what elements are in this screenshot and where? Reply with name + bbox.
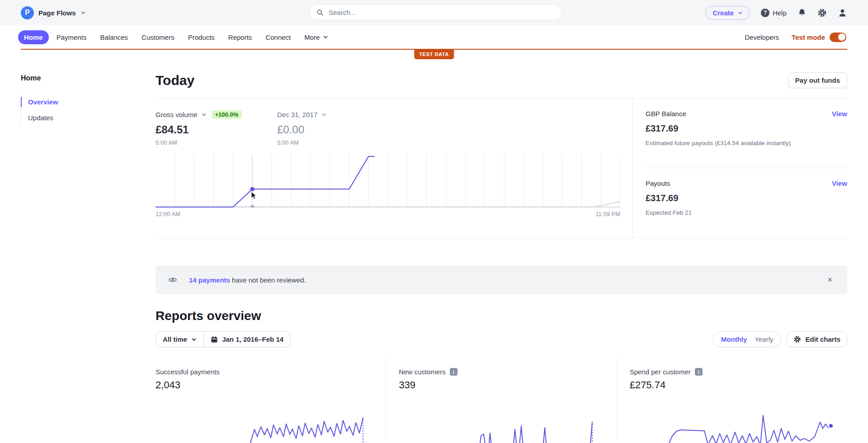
help-button[interactable]: ? Help bbox=[761, 9, 787, 17]
successful-payments-sparkline bbox=[186, 409, 376, 443]
edit-charts-button[interactable]: Edit charts bbox=[787, 331, 847, 347]
gbp-balance-note: Estimated future payouts (£314.54 availa… bbox=[646, 140, 847, 146]
payouts-view-link[interactable]: View bbox=[832, 179, 847, 187]
nav-right: Developers Test mode bbox=[745, 33, 850, 42]
create-button-label: Create bbox=[712, 9, 734, 17]
reports-controls: All time Jan 1, 2016–Feb 14 bbox=[156, 331, 847, 347]
new-customers-value: 339 bbox=[399, 379, 616, 391]
account-switcher[interactable]: P Page Flows bbox=[21, 6, 86, 19]
page-title: Today bbox=[156, 73, 194, 88]
create-button[interactable]: Create bbox=[705, 6, 750, 20]
payouts-row: Payouts View £317.69 Expected Feb 21 bbox=[646, 168, 847, 238]
search-input[interactable] bbox=[328, 8, 555, 17]
nav-item-balances[interactable]: Balances bbox=[94, 30, 134, 44]
nav-item-reports[interactable]: Reports bbox=[222, 30, 258, 44]
mouse-cursor-icon bbox=[251, 191, 257, 200]
axis-end-label: 11:59 PM bbox=[595, 211, 620, 217]
content-layout: Home Overview Updates Today Pay out fund… bbox=[0, 50, 868, 438]
help-label: Help bbox=[773, 9, 787, 17]
chevron-down-icon bbox=[80, 10, 86, 15]
gbp-balance-view-link[interactable]: View bbox=[832, 110, 847, 118]
gross-volume-chart[interactable] bbox=[156, 153, 620, 207]
report-cards: Successful payments 2,043 New customers … bbox=[156, 357, 847, 438]
gbp-balance-amount: £317.69 bbox=[646, 123, 847, 134]
chevron-down-icon bbox=[202, 112, 207, 117]
test-mode-divider: TEST DATA bbox=[21, 49, 847, 50]
notification-text: 14 payments have not been reviewed. bbox=[189, 276, 306, 284]
profile-button[interactable] bbox=[838, 8, 847, 18]
settings-button[interactable] bbox=[817, 8, 827, 18]
account-name: Page Flows bbox=[38, 9, 76, 17]
gross-volume-time: 5:00 AM bbox=[156, 139, 277, 146]
user-icon bbox=[838, 8, 847, 18]
gross-volume-selector[interactable]: Gross volume +100.0% bbox=[156, 110, 277, 119]
nav-item-home[interactable]: Home bbox=[18, 30, 49, 44]
successful-payments-value: 2,043 bbox=[156, 379, 386, 391]
notification-message: have not been reviewed. bbox=[230, 276, 306, 284]
range-preset-dropdown[interactable]: All time bbox=[156, 332, 203, 347]
sidebar-item-overview[interactable]: Overview bbox=[21, 94, 156, 110]
bell-icon bbox=[797, 8, 807, 17]
nav-item-payments[interactable]: Payments bbox=[51, 30, 93, 44]
account-logo: P bbox=[21, 6, 34, 19]
payouts-note: Expected Feb 21 bbox=[646, 209, 847, 216]
interval-segmented-control: Monthly Yearly bbox=[713, 331, 782, 347]
main-nav: Home Payments Balances Customers Product… bbox=[0, 25, 868, 49]
close-notification-button[interactable]: ✕ bbox=[825, 274, 835, 286]
chevron-down-icon bbox=[321, 112, 326, 117]
nav-item-products[interactable]: Products bbox=[182, 30, 221, 44]
spend-per-customer-value: £275.74 bbox=[630, 379, 847, 391]
nav-item-more[interactable]: More bbox=[298, 30, 334, 44]
gbp-balance-row: GBP Balance View £317.69 Estimated futur… bbox=[646, 99, 847, 168]
topbar-actions: Create ? Help bbox=[705, 6, 847, 20]
sidebar: Home Overview Updates bbox=[21, 50, 156, 438]
main-content: Today Pay out funds Gross volume +100.0% bbox=[156, 50, 847, 438]
account-logo-letter: P bbox=[25, 9, 30, 17]
review-notification-banner: 14 payments have not been reviewed. ✕ bbox=[156, 265, 847, 294]
payments-review-link[interactable]: 14 payments bbox=[189, 276, 230, 284]
date-range-label: Jan 1, 2016–Feb 14 bbox=[222, 335, 283, 343]
successful-payments-label: Successful payments bbox=[156, 368, 220, 376]
compare-date-label: Dec 31, 2017 bbox=[277, 111, 317, 118]
nav-more-label: More bbox=[304, 33, 320, 41]
axis-start-label: 12:00 AM bbox=[156, 211, 180, 217]
gross-volume-label: Gross volume bbox=[156, 111, 198, 118]
gross-volume-chart-svg bbox=[156, 153, 620, 207]
help-icon: ? bbox=[761, 9, 769, 17]
card-new-customers[interactable]: New customers i 339 bbox=[386, 357, 616, 438]
gbp-balance-label: GBP Balance bbox=[646, 110, 686, 118]
spend-per-customer-sparkline bbox=[646, 409, 836, 443]
sidebar-item-updates[interactable]: Updates bbox=[21, 110, 156, 126]
info-icon[interactable]: i bbox=[450, 368, 458, 376]
compare-date-selector[interactable]: Dec 31, 2017 bbox=[277, 110, 620, 119]
info-icon[interactable]: i bbox=[695, 368, 703, 376]
new-customers-label: New customers bbox=[399, 368, 445, 376]
test-data-badge: TEST DATA bbox=[414, 50, 454, 59]
balance-panel: GBP Balance View £317.69 Estimated futur… bbox=[633, 99, 847, 238]
chevron-down-icon bbox=[191, 337, 197, 342]
test-mode-toggle[interactable] bbox=[830, 33, 846, 42]
nav-item-customers[interactable]: Customers bbox=[136, 30, 180, 44]
range-preset-label: All time bbox=[163, 335, 187, 343]
nav-item-developers[interactable]: Developers bbox=[745, 33, 779, 41]
notifications-button[interactable] bbox=[797, 8, 807, 17]
spend-per-customer-label: Spend per customer bbox=[630, 368, 691, 376]
test-mode-control: Test mode bbox=[792, 33, 846, 42]
metric-header-row: Gross volume +100.0% £84.51 5:00 AM Dec … bbox=[156, 110, 620, 146]
chevron-down-icon bbox=[323, 34, 328, 40]
new-customers-sparkline bbox=[410, 409, 600, 443]
card-spend-per-customer[interactable]: Spend per customer i £275.74 bbox=[617, 357, 847, 438]
pay-out-funds-button[interactable]: Pay out funds bbox=[788, 72, 847, 88]
interval-option-monthly[interactable]: Monthly bbox=[721, 335, 747, 343]
gross-volume-value: £84.51 bbox=[156, 123, 277, 136]
nav-item-connect[interactable]: Connect bbox=[259, 30, 297, 44]
date-range-picker[interactable]: Jan 1, 2016–Feb 14 bbox=[203, 332, 290, 347]
card-successful-payments[interactable]: Successful payments 2,043 bbox=[156, 357, 386, 438]
search-bar[interactable] bbox=[310, 5, 561, 20]
gear-icon bbox=[793, 335, 801, 343]
payouts-amount: £317.69 bbox=[646, 193, 847, 203]
interval-option-yearly[interactable]: Yearly bbox=[755, 335, 773, 343]
gross-volume-panel: Gross volume +100.0% £84.51 5:00 AM Dec … bbox=[156, 99, 632, 238]
sidebar-title: Home bbox=[21, 74, 156, 82]
date-range-group: All time Jan 1, 2016–Feb 14 bbox=[156, 331, 291, 347]
